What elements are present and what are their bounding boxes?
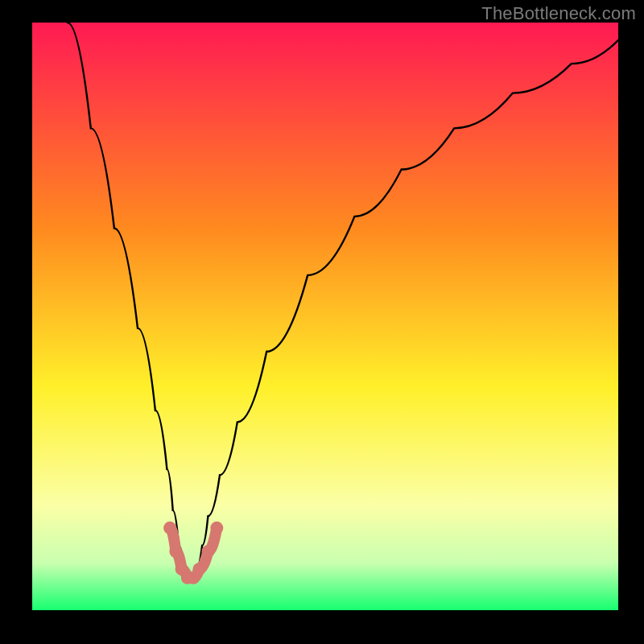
plot-background bbox=[32, 23, 618, 610]
highlight-dot bbox=[193, 563, 206, 576]
highlight-dot bbox=[163, 522, 176, 535]
highlight-dot bbox=[210, 522, 223, 535]
watermark-label: TheBottleneck.com bbox=[481, 3, 636, 24]
highlight-dot bbox=[201, 545, 214, 558]
highlight-dot bbox=[169, 545, 182, 558]
bottleneck-chart bbox=[0, 0, 644, 644]
chart-frame: TheBottleneck.com bbox=[0, 0, 644, 644]
